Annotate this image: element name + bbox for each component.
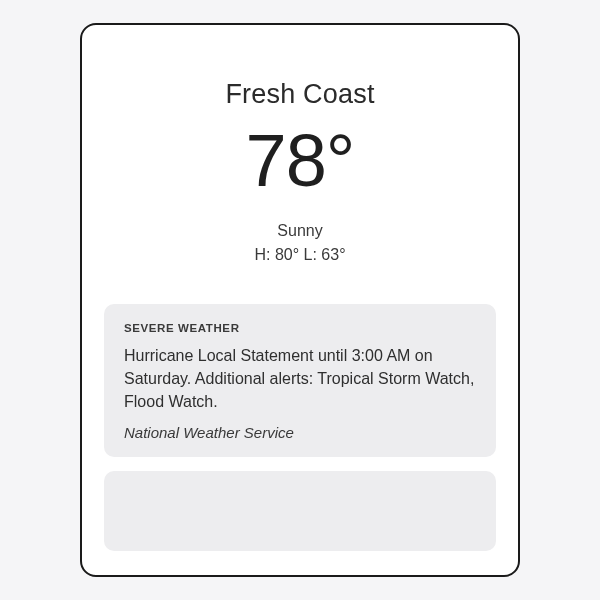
location-name: Fresh Coast bbox=[104, 79, 496, 110]
weather-hero: Fresh Coast 78° Sunny H: 80° L: 63° bbox=[104, 25, 496, 304]
alert-title: SEVERE WEATHER bbox=[124, 322, 476, 334]
weather-widget-window: Fresh Coast 78° Sunny H: 80° L: 63° SEVE… bbox=[80, 23, 520, 577]
next-card-peek[interactable] bbox=[104, 471, 496, 551]
high-low-text: H: 80° L: 63° bbox=[104, 246, 496, 264]
alert-body: Hurricane Local Statement until 3:00 AM … bbox=[124, 344, 476, 414]
alert-source: National Weather Service bbox=[124, 424, 476, 441]
condition-text: Sunny bbox=[104, 222, 496, 240]
scroll-area[interactable]: Fresh Coast 78° Sunny H: 80° L: 63° SEVE… bbox=[82, 25, 518, 575]
current-temperature: 78° bbox=[104, 124, 496, 198]
severe-weather-card[interactable]: SEVERE WEATHER Hurricane Local Statement… bbox=[104, 304, 496, 457]
